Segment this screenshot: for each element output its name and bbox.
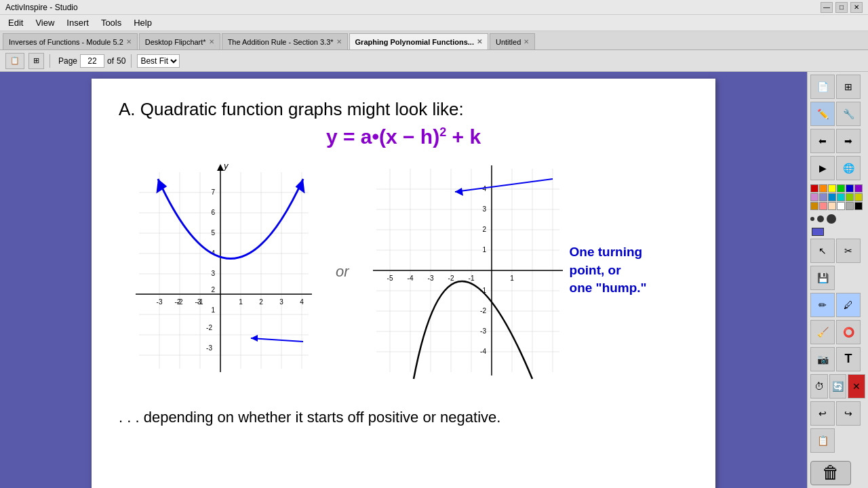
- toolbar: 📋 ⊞ Page of 50 Best Fit 100% 75% 50%: [0, 50, 868, 72]
- page-input[interactable]: [80, 54, 104, 68]
- panel-btn-play[interactable]: ▶: [810, 156, 835, 180]
- panel-btn-highlight[interactable]: 🖊: [836, 293, 861, 317]
- color-olive[interactable]: [854, 193, 863, 201]
- panel-btn-reload[interactable]: 🔄: [829, 374, 847, 399]
- page-of: of: [107, 56, 114, 66]
- selected-color[interactable]: [812, 228, 824, 236]
- formula-display: y = a•(x − h)2 + k: [119, 125, 688, 148]
- panel-btn-doc[interactable]: 📄: [810, 75, 835, 99]
- panel-btn-back[interactable]: ⬅: [810, 129, 835, 153]
- dot-small[interactable]: [810, 217, 814, 221]
- color-white[interactable]: [837, 202, 845, 210]
- panel-btn-undo[interactable]: ↩: [810, 401, 835, 426]
- tab-graphing-close[interactable]: ✕: [477, 38, 482, 45]
- tab-untitled-close[interactable]: ✕: [524, 38, 529, 45]
- x-label-3: 3: [279, 298, 283, 306]
- pointer-line: [455, 179, 553, 192]
- maximize-button[interactable]: □: [835, 2, 848, 13]
- toolbar-flipchart-icon[interactable]: 📋: [5, 53, 24, 69]
- color-lime[interactable]: [846, 193, 854, 201]
- toolbar-grid-icon[interactable]: ⊞: [28, 53, 44, 69]
- x-label-1: 1: [239, 298, 243, 306]
- panel-btn-globe[interactable]: 🌐: [836, 156, 861, 180]
- panel-btn-copy2[interactable]: 📋: [810, 428, 835, 453]
- color-blue[interactable]: [846, 184, 854, 192]
- panel-btn-shapes[interactable]: ⭕: [836, 320, 861, 344]
- x-label-4: 4: [300, 298, 304, 306]
- color-gold[interactable]: [810, 202, 818, 210]
- tab-addition-close[interactable]: ✕: [336, 38, 342, 45]
- panel-btn-text[interactable]: T: [836, 347, 861, 371]
- tab-addition[interactable]: The Addition Rule - Section 3.3* ✕: [222, 33, 348, 49]
- toolbar-sep-1: [50, 54, 50, 68]
- panel-row-time: ⏱ 🔄 ✕: [810, 374, 865, 399]
- color-gray[interactable]: [846, 202, 854, 210]
- menu-tools[interactable]: Tools: [96, 16, 127, 29]
- rx-n1: -1: [468, 274, 474, 282]
- color-yellow[interactable]: [828, 184, 836, 192]
- menu-help[interactable]: Help: [128, 16, 157, 29]
- tab-untitled[interactable]: Untitled ✕: [490, 33, 535, 49]
- color-periwinkle[interactable]: [819, 193, 827, 201]
- panel-btn-eraser[interactable]: 🧹: [810, 320, 835, 344]
- rx-n2: -2: [448, 274, 454, 282]
- left-arrow-left: [153, 177, 168, 193]
- panel-btn-scissors[interactable]: ✂: [836, 239, 861, 263]
- slide-title: A. Quadratic function graphs might look …: [119, 99, 688, 120]
- y-label-1: 1: [211, 306, 215, 314]
- panel-btn-tools2[interactable]: 🔧: [836, 102, 861, 126]
- panel-row-tools2: 💾: [810, 266, 865, 290]
- close-button[interactable]: ✕: [850, 2, 863, 13]
- tab-inverses[interactable]: Inverses of Functions - Module 5.2 ✕: [3, 33, 138, 49]
- trash-icon[interactable]: 🗑: [810, 461, 851, 485]
- tab-graphing[interactable]: Graphing Polynomial Functions... ✕: [349, 33, 488, 49]
- y-label-n3: -3: [206, 344, 212, 352]
- panel-btn-camera[interactable]: 📷: [810, 347, 835, 371]
- main-area: A. Quadratic function graphs might look …: [0, 72, 868, 488]
- panel-btn-timer[interactable]: ⏱: [810, 374, 828, 399]
- menu-view[interactable]: View: [30, 16, 60, 29]
- color-green[interactable]: [837, 184, 845, 192]
- color-lavender[interactable]: [810, 193, 818, 201]
- color-pink[interactable]: [819, 202, 827, 210]
- panel-btn-grid[interactable]: ⊞: [836, 75, 861, 99]
- bottom-text: . . . depending on whether it starts off…: [119, 409, 688, 426]
- zoom-select[interactable]: Best Fit 100% 75% 50%: [137, 54, 180, 68]
- panel-row-undo: ↩ ↪: [810, 401, 865, 426]
- panel-btn-pen[interactable]: ✏️: [810, 102, 835, 126]
- color-sky[interactable]: [828, 193, 836, 201]
- color-palette: [810, 184, 865, 210]
- tab-inverses-close[interactable]: ✕: [126, 38, 132, 45]
- panel-btn-forward[interactable]: ➡: [836, 129, 861, 153]
- annotation-text: One turning point, or one "hump.": [570, 243, 647, 298]
- color-purple[interactable]: [854, 184, 863, 192]
- y-label-6: 6: [211, 209, 215, 216]
- menu-insert[interactable]: Insert: [61, 16, 94, 29]
- y-label-5: 5: [211, 229, 215, 237]
- annotation-line1: One turning: [570, 245, 643, 259]
- color-black[interactable]: [854, 202, 863, 210]
- x-label-n2: -2: [177, 298, 183, 306]
- panel-btn-cursor[interactable]: ↖: [810, 239, 835, 263]
- panel-btn-redo[interactable]: ↪: [836, 401, 861, 426]
- annotation-line2: point, or: [570, 263, 621, 277]
- tab-desktop-close[interactable]: ✕: [209, 38, 214, 45]
- page-navigation: Page of 50: [58, 54, 125, 68]
- color-red[interactable]: [810, 184, 818, 192]
- color-teal[interactable]: [837, 193, 845, 201]
- panel-row-1: 📄 ⊞: [810, 75, 865, 99]
- menu-edit[interactable]: Edit: [3, 16, 28, 29]
- or-label: or: [329, 263, 356, 281]
- x-label-n3: -3: [157, 298, 163, 306]
- panel-btn-delete[interactable]: ✕: [848, 374, 865, 399]
- annotation-line3: one "hump.": [570, 281, 647, 295]
- color-peach[interactable]: [828, 202, 836, 210]
- tab-desktop[interactable]: Desktop Flipchart* ✕: [139, 33, 220, 49]
- minimize-button[interactable]: —: [821, 2, 833, 13]
- panel-btn-save[interactable]: 💾: [810, 266, 835, 290]
- dot-large[interactable]: [827, 214, 836, 224]
- y-label-n2: -2: [206, 324, 212, 331]
- color-orange[interactable]: [819, 184, 827, 192]
- dot-medium[interactable]: [817, 216, 824, 222]
- panel-btn-marker[interactable]: ✏: [810, 293, 835, 317]
